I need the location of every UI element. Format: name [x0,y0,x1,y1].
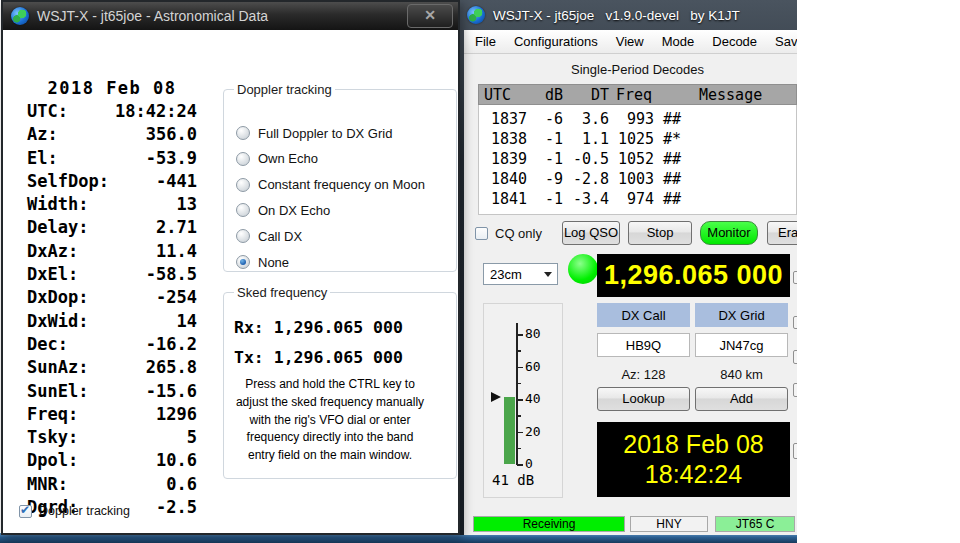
radio-button-icon[interactable] [236,255,250,269]
log-qso-button[interactable]: Log QSO [562,221,620,245]
clipped-control-fragment [793,383,797,397]
meter-tick-label: 40 [525,391,541,406]
astro-row-label: Dec: [27,333,68,356]
astro-row-label: DxDop: [27,286,88,309]
doppler-option-on-dx-echo[interactable]: On DX Echo [236,202,330,218]
radio-label: Own Echo [258,151,318,166]
doppler-option-none[interactable]: None [236,254,289,270]
decode-cell: ## [654,149,681,169]
decode-cell: ## [654,109,681,129]
astro-row-label: Width: [27,193,88,216]
add-button[interactable]: Add [695,387,788,411]
decode-cell: 1003 [609,169,654,189]
dx-call-input[interactable] [597,333,690,357]
decode-row[interactable]: 1838-11.11025#* [479,129,796,149]
decode-row[interactable]: 1839-1-0.51052## [479,149,796,169]
band-select[interactable]: 23cm [483,263,558,285]
decode-col-freq: Freq [609,86,661,104]
decode-col-message: Message [661,86,762,104]
menu-decode[interactable]: Decode [703,31,766,52]
decode-cell: -1 [531,149,563,169]
radio-label: Constant frequency on Moon [258,177,425,192]
doppler-option-own-echo[interactable]: Own Echo [236,151,318,167]
radio-button-icon[interactable] [236,203,250,217]
decode-cell: 1839 [479,149,531,169]
lookup-button[interactable]: Lookup [597,387,690,411]
decode-row[interactable]: 1841-1-3.4974## [479,189,796,209]
decode-cell: 1838 [479,129,531,149]
astro-window-body: 2018 Feb 08 UTC:18:42:24Az:356.0El:-53.9… [3,30,458,533]
dx-call-header: DX Call [597,303,690,327]
decode-cell: 1841 [479,189,531,209]
decode-row[interactable]: 1837-63.6993## [479,109,796,129]
astro-row-value: -58.5 [146,263,197,286]
close-icon: ✕ [424,7,436,23]
astro-row-value: 5 [187,426,197,449]
chevron-down-icon [544,272,552,277]
astro-data-row: DxWid:14 [27,310,197,333]
decode-cell: -9 [531,169,563,189]
main-title-bar[interactable]: WSJT-X - jt65joe v1.9.0-devel by K1JT [458,0,797,30]
signal-meter: 41 dB 806040200 [483,303,563,498]
status-message: HNY [630,516,708,532]
dx-grid-input[interactable] [695,333,788,357]
meter-tick [517,367,523,369]
astro-row-value: 356.0 [146,123,197,146]
cq-only-checkbox[interactable] [475,227,488,240]
close-button[interactable]: ✕ [407,4,453,28]
astro-data-row: SelfDop:-441 [27,170,197,193]
doppler-tracking-checkbox[interactable] [19,505,32,518]
decode-cell: -3.4 [563,189,609,209]
decode-cell: ## [654,169,681,189]
decode-cell: ## [654,189,681,209]
astro-row-value: 265.8 [146,356,197,379]
doppler-option-call-dx[interactable]: Call DX [236,228,302,244]
decode-table[interactable]: 1837-63.6993##1838-11.11025#*1839-1-0.51… [478,105,797,215]
astro-row-value: 13 [177,193,197,216]
radio-button-icon[interactable] [236,229,250,243]
astro-row-label: DxWid: [27,310,88,333]
cq-only-row[interactable]: CQ only [475,226,542,241]
doppler-tracking-checkbox-row[interactable]: Doppler tracking [19,504,130,518]
meter-tick [517,432,523,434]
decode-row[interactable]: 1840-9-2.81003## [479,169,796,189]
astro-data-block: 2018 Feb 08 UTC:18:42:24Az:356.0El:-53.9… [27,76,197,519]
clock-time: 18:42:24 [645,460,742,489]
meter-axis [516,323,518,465]
radio-button-icon[interactable] [236,126,250,140]
decode-cell: -6 [531,109,563,129]
astro-row-value: 14 [177,310,197,333]
astro-data-row: Tsky:5 [27,426,197,449]
radio-button-icon[interactable] [236,178,250,192]
erase-button[interactable]: Erase [767,221,797,245]
menu-configurations[interactable]: Configurations [505,31,607,52]
wsjtx-main-window: WSJT-X - jt65joe v1.9.0-devel by K1JT Fi… [458,0,797,535]
clock-display: 2018 Feb 08 18:42:24 [597,422,790,497]
meter-tick [517,464,523,466]
doppler-tracking-group: Doppler tracking Full Doppler to DX Grid… [223,82,457,272]
menu-mode[interactable]: Mode [653,31,704,52]
menu-save[interactable]: Save [766,31,797,52]
dx-grid-header: DX Grid [695,303,788,327]
doppler-option-full-doppler-to-dx-grid[interactable]: Full Doppler to DX Grid [236,125,392,141]
radio-label: Full Doppler to DX Grid [258,126,392,141]
wsjtx-globe-icon [11,7,29,25]
astro-data-row: MNR:0.6 [27,473,197,496]
radio-button-icon[interactable] [236,152,250,166]
astro-row-value: -15.6 [146,380,197,403]
stop-button[interactable]: Stop [628,221,692,245]
astro-row-label: SunEl: [27,380,88,403]
menu-view[interactable]: View [607,31,653,52]
astro-data-row: Delay:2.71 [27,216,197,239]
astro-data-row: Freq:1296 [27,403,197,426]
doppler-option-constant-frequency-on-moon[interactable]: Constant frequency on Moon [236,177,425,193]
menu-file[interactable]: File [466,31,505,52]
astro-data-row: Az:356.0 [27,123,197,146]
decode-cell: 1.1 [563,129,609,149]
astro-title-bar[interactable]: WSJT-X - jt65joe - Astronomical Data ✕ [3,2,458,30]
decode-cell: 1025 [609,129,654,149]
clock-date: 2018 Feb 08 [623,430,763,459]
monitor-button[interactable]: Monitor [700,221,758,245]
sked-frequency-group: Sked frequency Rx: 1,296.065 000 Tx: 1,2… [223,285,457,479]
receive-lamp-icon [568,254,598,284]
